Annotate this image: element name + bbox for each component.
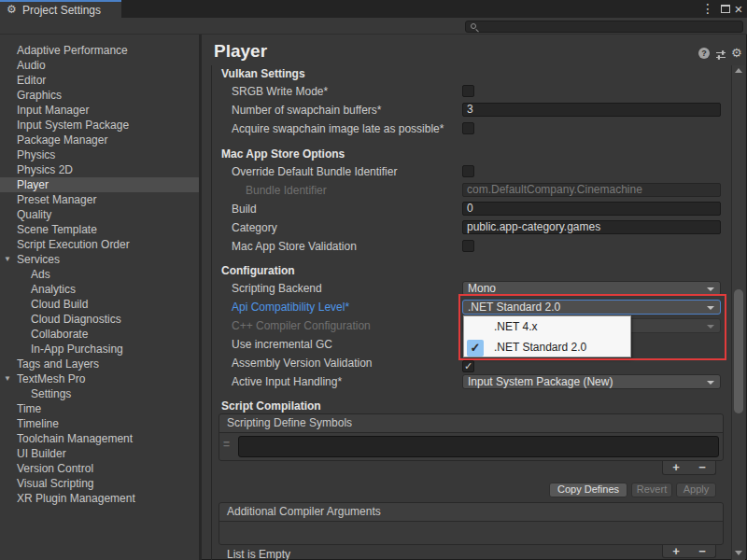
sidebar-item-in-app-purchasing[interactable]: In-App Purchasing xyxy=(0,342,199,357)
list-empty-label: List is Empty xyxy=(227,549,730,560)
category-field[interactable]: public.app-category.games xyxy=(462,220,721,234)
sidebar-item-timeline[interactable]: Timeline xyxy=(0,416,199,431)
define-symbol-field[interactable] xyxy=(238,436,719,457)
sidebar-item-toolchain-management[interactable]: Toolchain Management xyxy=(0,431,199,446)
gear-icon: ⚙ xyxy=(7,3,17,17)
api-compatibility-popup: .NET 4.x ✓.NET Standard 2.0 xyxy=(463,315,631,357)
sidebar-item-visual-scripting[interactable]: Visual Scripting xyxy=(0,476,199,491)
tab-project-settings[interactable]: ⚙ Project Settings xyxy=(0,0,121,18)
build-field[interactable]: 0 xyxy=(462,202,721,216)
category-label: Category xyxy=(232,222,277,234)
add-button[interactable]: + xyxy=(672,462,680,473)
override-bundle-label: Override Default Bundle Identifier xyxy=(232,166,397,178)
incremental-gc-label: Use incremental GC xyxy=(232,339,332,351)
sidebar-item-player[interactable]: Player xyxy=(0,177,199,192)
acquire-swapchain-label: Acquire swapchain image late as possible… xyxy=(232,123,444,135)
assembly-validation-checkbox[interactable]: ✓ xyxy=(462,360,474,372)
defines-list-footer: + − xyxy=(662,461,716,475)
assembly-validation-label: Assembly Version Validation xyxy=(232,357,373,370)
build-label: Build xyxy=(232,203,257,216)
remove-button[interactable]: − xyxy=(698,462,706,473)
acquire-swapchain-checkbox[interactable] xyxy=(462,122,474,134)
scrollbar-thumb[interactable] xyxy=(734,289,743,413)
swapchain-buffers-label: Number of swapchain buffers* xyxy=(232,105,382,117)
sidebar-item-adaptive-performance[interactable]: Adaptive Performance xyxy=(0,43,199,58)
sidebar-item-xr-plugin-management[interactable]: XR Plugin Management xyxy=(0,491,199,506)
popup-item-net4x[interactable]: .NET 4.x xyxy=(464,316,630,337)
foldout-icon[interactable]: ▼ xyxy=(4,252,11,267)
popup-item-net-standard[interactable]: ✓.NET Standard 2.0 xyxy=(464,337,630,357)
gear-icon[interactable]: ⚙ xyxy=(731,46,742,60)
presets-icon[interactable] xyxy=(715,48,726,64)
active-input-dropdown[interactable]: Input System Package (New) xyxy=(462,374,721,389)
additional-compiler-arguments-box: Additional Compiler Arguments List is Em… xyxy=(218,502,724,545)
sidebar-item-collaborate[interactable]: Collaborate xyxy=(0,327,199,342)
additional-compiler-arguments-header: Additional Compiler Arguments xyxy=(219,503,723,522)
sidebar-item-script-execution-order[interactable]: Script Execution Order xyxy=(0,237,199,252)
srgb-write-mode-label: SRGB Write Mode* xyxy=(232,86,328,98)
project-settings-window: ⚙ Project Settings ⋮ × Adaptive Performa… xyxy=(0,0,747,560)
scripting-backend-dropdown[interactable]: Mono xyxy=(462,281,721,296)
sidebar-item-quality[interactable]: Quality xyxy=(0,207,199,222)
sidebar-item-version-control[interactable]: Version Control xyxy=(0,461,199,476)
srgb-write-mode-checkbox[interactable] xyxy=(462,85,474,97)
revert-button[interactable]: Revert xyxy=(631,483,672,497)
foldout-icon[interactable]: ▼ xyxy=(4,371,11,386)
section-configuration: Configuration xyxy=(221,265,295,277)
section-script-compilation: Script Compilation xyxy=(221,400,321,413)
sidebar-item-scene-template[interactable]: Scene Template xyxy=(0,222,199,237)
swapchain-buffers-field[interactable]: 3 xyxy=(462,103,721,117)
mac-validation-checkbox[interactable] xyxy=(462,240,474,252)
sidebar-item-physics-2d[interactable]: Physics 2D xyxy=(0,162,199,177)
sidebar-item-ads[interactable]: Ads xyxy=(0,267,199,282)
api-compatibility-dropdown[interactable]: .NET Standard 2.0 xyxy=(462,300,721,315)
sidebar-item-cloud-diagnostics[interactable]: Cloud Diagnostics xyxy=(0,312,199,327)
sidebar-item-input-system-package[interactable]: Input System Package xyxy=(0,118,199,133)
arguments-list-footer: + − xyxy=(662,545,716,558)
page-title: Player xyxy=(214,41,267,62)
settings-category-list: Adaptive Performance Audio Editor Graphi… xyxy=(0,35,199,560)
toolbar xyxy=(0,18,747,35)
checkmark-icon: ✓ xyxy=(467,340,484,357)
sidebar-item-tmp-settings[interactable]: Settings xyxy=(0,386,199,401)
sidebar-item-cloud-build[interactable]: Cloud Build xyxy=(0,297,199,312)
cpp-compiler-label: C++ Compiler Configuration xyxy=(232,320,371,332)
sidebar-item-package-manager[interactable]: Package Manager xyxy=(0,133,199,147)
add-button[interactable]: + xyxy=(672,546,680,557)
section-mac-app-store: Mac App Store Options xyxy=(221,148,345,161)
api-compatibility-label: Api Compatibility Level* xyxy=(232,301,349,314)
apply-button[interactable]: Apply xyxy=(676,483,716,497)
tab-title: Project Settings xyxy=(22,4,101,18)
sidebar-item-time[interactable]: Time xyxy=(0,401,199,416)
drag-handle-icon[interactable]: = xyxy=(223,438,230,451)
sidebar-item-audio[interactable]: Audio xyxy=(0,58,199,73)
close-icon[interactable]: × xyxy=(732,1,745,17)
active-input-label: Active Input Handling* xyxy=(232,376,342,388)
sidebar-item-ui-builder[interactable]: UI Builder xyxy=(0,446,199,461)
copy-defines-button[interactable]: Copy Defines xyxy=(549,483,627,497)
titlebar: ⚙ Project Settings ⋮ × xyxy=(0,0,747,18)
sidebar-item-preset-manager[interactable]: Preset Manager xyxy=(0,192,199,207)
sidebar-item-graphics[interactable]: Graphics xyxy=(0,88,199,103)
override-bundle-checkbox[interactable] xyxy=(462,165,474,177)
scripting-backend-label: Scripting Backend xyxy=(232,283,322,295)
sidebar-item-tags-and-layers[interactable]: Tags and Layers xyxy=(0,357,199,371)
sidebar-item-editor[interactable]: Editor xyxy=(0,73,199,88)
section-vulkan-settings: Vulkan Settings xyxy=(221,68,305,80)
window-menu-icon[interactable]: ⋮ xyxy=(701,1,714,17)
sidebar-item-analytics[interactable]: Analytics xyxy=(0,282,199,297)
sidebar-item-textmesh-pro[interactable]: ▼TextMesh Pro xyxy=(0,371,199,386)
help-icon[interactable]: ? xyxy=(698,48,710,59)
maximize-icon[interactable] xyxy=(721,5,730,13)
search-box[interactable] xyxy=(465,21,743,33)
mac-validation-label: Mac App Store Validation xyxy=(232,241,357,253)
remove-button[interactable]: − xyxy=(698,546,706,557)
scroll-up-icon[interactable] xyxy=(735,68,742,73)
search-input[interactable] xyxy=(481,21,740,32)
bundle-identifier-field: com.DefaultCompany.Cinemachine xyxy=(462,183,721,197)
sidebar-item-physics[interactable]: Physics xyxy=(0,147,199,162)
sidebar-item-services[interactable]: ▼Services xyxy=(0,252,199,267)
scripting-define-symbols-header: Scripting Define Symbols xyxy=(219,414,723,433)
sidebar-item-input-manager[interactable]: Input Manager xyxy=(0,103,199,118)
scroll-down-icon[interactable] xyxy=(735,551,742,555)
